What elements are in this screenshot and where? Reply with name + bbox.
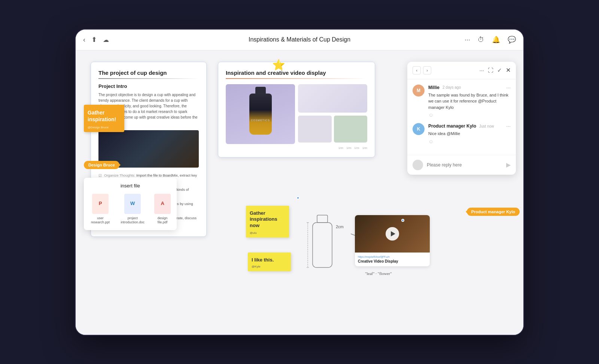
video-url: https://insp/a/6Vour0jFF.u/n	[358, 256, 427, 258]
app-window: ‹ ⬆ ☁ Inspirations & Materials of Cup De…	[75, 29, 524, 336]
comment-emoji-kylo-btn[interactable]: ☺	[428, 138, 511, 144]
file-name: project introduction.doc	[118, 216, 148, 225]
bell-icon[interactable]: 🔔	[492, 36, 500, 44]
file-name: user research.ppt	[89, 216, 112, 225]
comment-check-icon[interactable]: ✓	[497, 67, 502, 74]
title-bar-left: ‹ ⬆ ☁	[83, 36, 109, 44]
insert-file-title: insert file	[89, 183, 171, 189]
file-item-pdf[interactable]: A design file.pdf	[153, 194, 171, 225]
file-item-docx[interactable]: W project introduction.doc	[118, 194, 148, 225]
cloud-icon[interactable]: ☁	[103, 36, 109, 43]
sticky-gather-now-title: Gather inspirations now	[250, 210, 285, 229]
bottle-container: COSMETICS	[249, 94, 272, 135]
svg-text:"leaf" · "flower": "leaf" · "flower"	[365, 271, 392, 276]
pdf-icon: A	[154, 194, 171, 214]
mood-side-sm-1	[298, 116, 332, 143]
reply-send-btn[interactable]: ▶	[506, 161, 511, 168]
upload-icon[interactable]: ⬆	[91, 36, 97, 44]
file-items: P user research.ppt W project introducti…	[89, 194, 171, 225]
comment-text: The sample was found by Bruce, and I thi…	[428, 92, 511, 111]
mood-side-images	[298, 84, 367, 144]
comment-panel-header: ‹ › ··· ⛶ ✓ ✕	[407, 62, 516, 79]
svg-text:2cm: 2cm	[336, 224, 344, 229]
video-card: https://insp/a/6Vour0jFF.u/n Creative Vi…	[355, 215, 430, 266]
bottle-label: COSMETICS	[251, 119, 270, 122]
bottle-cap	[255, 87, 266, 94]
comment-panel: ‹ › ··· ⛶ ✓ ✕ M Millie 2 day	[407, 62, 516, 175]
mood-card-title: Inspiration and creative video display	[226, 70, 367, 76]
title-bar: ‹ ⬆ ☁ Inspirations & Materials of Cup De…	[76, 30, 523, 51]
comment-expand-icon[interactable]: ⛶	[488, 67, 493, 73]
comment-prev-btn[interactable]: ‹	[413, 66, 421, 74]
star-icon: ⭐	[272, 59, 285, 71]
video-thumbnail	[355, 215, 430, 253]
video-info: https://insp/a/6Vour0jFF.u/n Creative Vi…	[355, 253, 430, 266]
comment-meta-kylo: Product manager Kylo Just now ···	[428, 123, 511, 129]
mood-divider	[226, 78, 367, 79]
mood-footer: 1/m 1/m 1/m 1/m	[226, 146, 367, 150]
file-name: design file.pdf	[153, 216, 171, 225]
page-title: Inspirations & Materials of Cup Design	[249, 36, 350, 43]
insert-file-card: insert file P user research.ppt W projec…	[84, 178, 177, 230]
comment-reply-area: ▶	[407, 155, 516, 175]
mood-side-top	[298, 84, 367, 113]
comment-text-kylo: Nice idea @Millie	[428, 131, 511, 137]
sticky-gather-now: Gather inspirations now @ulu	[246, 206, 289, 238]
avatar-kylo: K	[413, 123, 425, 135]
comment-thread: M Millie 2 days ago ··· The sample was f…	[407, 79, 516, 155]
back-icon[interactable]: ‹	[83, 36, 85, 44]
file-item-ppt[interactable]: P user research.ppt	[89, 194, 112, 225]
mood-grid: COSMETICS	[226, 84, 367, 144]
doc-section-title: Project Intro	[98, 83, 199, 89]
comment-more-btn[interactable]: ···	[506, 85, 511, 91]
reply-input[interactable]	[427, 162, 502, 168]
bottle-shape: COSMETICS	[249, 94, 272, 135]
comment-more-kylo-btn[interactable]: ···	[506, 123, 511, 129]
sticky-like-title: I like this.	[252, 257, 287, 263]
mood-main-image: COSMETICS	[226, 84, 295, 144]
timer-icon[interactable]: ⏱	[478, 36, 484, 44]
avatar-millie: M	[413, 85, 425, 97]
design-bruce-label: Design Bruce	[84, 161, 119, 169]
comment-time: 2 days ago	[443, 85, 461, 89]
sticky-like-author: @Kyle	[252, 265, 287, 268]
doc-divider	[98, 78, 199, 79]
reply-avatar	[413, 160, 423, 170]
video-title: Creative Video Display	[358, 259, 427, 263]
connector-dot-blue	[297, 196, 300, 199]
doc-title: The project of cup design	[98, 70, 199, 76]
docx-icon: W	[124, 194, 141, 214]
mood-side-sm-2	[334, 116, 368, 143]
sticky-author: @Design Bruce	[88, 126, 121, 129]
mood-card: Inspiration and creative video display C…	[218, 62, 375, 157]
pm-kylo-tooltip: Product manager Kylo	[467, 208, 520, 216]
comment-author-kylo: Product manager Kylo	[428, 123, 476, 129]
comment-actions: ··· ⛶ ✓ ✕	[479, 67, 511, 74]
svg-rect-1	[313, 223, 332, 267]
comment-nav: ‹ ›	[413, 66, 431, 74]
svg-rect-0	[317, 215, 328, 223]
comment-next-btn[interactable]: ›	[423, 66, 431, 74]
title-bar-right: ··· ⏱ 🔔 💬	[465, 36, 516, 44]
sticky-gather-inspiration: Gather inspiration! @Design Bruce	[84, 105, 124, 132]
canvas-area: The project of cup design Project Intro …	[76, 51, 523, 335]
comment-time-kylo: Just now	[479, 124, 494, 128]
more-icon[interactable]: ···	[465, 36, 470, 44]
sticky-gather-now-author: @ulu	[250, 231, 285, 235]
comment-meta: Millie 2 days ago ···	[428, 85, 511, 91]
ppt-icon: P	[92, 194, 109, 214]
sticky-i-like-this: I like this. @Kyle	[248, 253, 291, 271]
sticky-title: Gather inspiration!	[88, 109, 121, 123]
mood-side-bottom	[298, 116, 367, 143]
connector-dot-blue-2	[401, 219, 404, 222]
comment-content-millie: Millie 2 days ago ··· The sample was fou…	[428, 85, 511, 118]
play-triangle	[391, 231, 395, 236]
comment-author: Millie	[428, 85, 440, 90]
comment-item-kylo: K Product manager Kylo Just now ··· Nice…	[413, 123, 511, 144]
comment-icon[interactable]: 💬	[508, 36, 516, 44]
play-button[interactable]	[386, 227, 399, 241]
comment-close-btn[interactable]: ✕	[506, 67, 511, 74]
comment-item-millie: M Millie 2 days ago ··· The sample was f…	[413, 85, 511, 118]
comment-emoji-btn[interactable]: ☺	[428, 112, 511, 118]
comment-more-icon[interactable]: ···	[479, 67, 484, 73]
